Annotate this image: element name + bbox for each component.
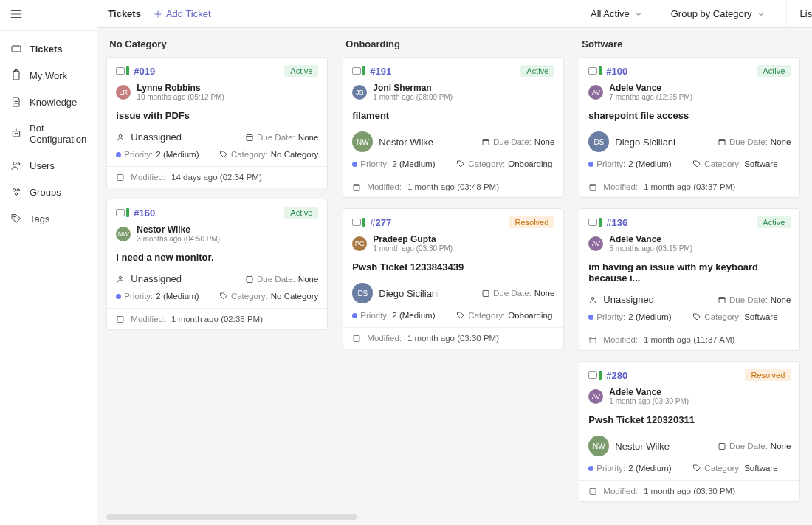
group-label: Group by Category (671, 8, 752, 19)
ticket-card[interactable]: #277ResolvedPGPradeep Gupta1 month ago (… (343, 208, 564, 349)
sidebar-item-tags[interactable]: Tags (0, 205, 97, 232)
sidebar-item-label: Tags (30, 213, 49, 224)
column-header: No Category (106, 28, 328, 57)
ticket-title: Pwsh Ticket 1233843439 (343, 253, 563, 277)
author-name: Lynne Robbins (137, 83, 224, 93)
priority-label: Priority: (124, 150, 153, 159)
ticket-icon (10, 43, 22, 55)
ticket-id-link[interactable]: #280 (606, 370, 627, 381)
assignee-value: Diego Siciliani (379, 288, 439, 299)
priority-label: Priority: (124, 292, 153, 301)
ticket-id-link[interactable]: #160 (134, 207, 155, 219)
category-label: Category: (468, 159, 505, 168)
modified-value: 1 month ago (11:37 AM) (644, 335, 734, 344)
created-time: 5 months ago (03:15 PM) (609, 244, 692, 253)
avatar: AV (588, 85, 603, 100)
priority-label: Priority: (360, 311, 389, 320)
hamburger-button[interactable] (0, 0, 97, 31)
hamburger-icon (10, 7, 23, 21)
calendar-icon (116, 173, 125, 182)
svg-rect-21 (247, 134, 252, 140)
ticket-id-link[interactable]: #277 (370, 217, 391, 228)
svg-rect-38 (719, 140, 725, 145)
add-ticket-button[interactable]: Add Ticket (153, 8, 211, 19)
column-header: Software (579, 28, 800, 57)
avatar: NW (352, 131, 373, 152)
assignee-row: UnassignedDue Date: None (107, 126, 327, 145)
user-icon (588, 295, 597, 304)
svg-point-9 (15, 133, 16, 134)
plus-icon (153, 9, 163, 19)
card-footer: Modified: 1 month ago (03:30 PM) (579, 480, 799, 501)
category-value: No Category (271, 292, 319, 301)
svg-rect-32 (354, 185, 359, 191)
created-time: 10 months ago (05:12 PM) (137, 93, 224, 101)
due-value: None (771, 137, 791, 146)
horizontal-scrollbar[interactable] (106, 514, 357, 520)
ticket-id-link[interactable]: #100 (606, 66, 627, 77)
view-list[interactable]: List (797, 2, 812, 25)
sidebar-item-bot-configuration[interactable]: Bot Configuration (0, 115, 97, 152)
main: Tickets Add Ticket All Active Group by C… (97, 0, 812, 525)
card-footer: Modified: 1 month ago (03:48 PM) (343, 176, 563, 197)
category-value: No Category (271, 150, 319, 159)
assignee-value: Unassigned (131, 131, 182, 143)
ticket-id-link[interactable]: #136 (606, 217, 627, 228)
sidebar-item-knowledge[interactable]: Knowledge (0, 89, 97, 115)
modified-value: 1 month ago (03:48 PM) (407, 182, 499, 191)
ticket-id-link[interactable]: #019 (134, 66, 155, 77)
ticket-card[interactable]: #100ActiveAVAdele Vance7 months ago (12:… (579, 57, 800, 198)
svg-rect-34 (483, 291, 489, 297)
ticket-card[interactable]: #160ActiveNWNestor Wilke3 months ago (04… (106, 199, 328, 330)
page-title: Tickets (108, 8, 141, 19)
view-switch: List Board Chart (786, 0, 812, 27)
category-value: Onboarding (508, 159, 552, 168)
svg-rect-8 (13, 131, 19, 137)
svg-point-20 (120, 134, 123, 137)
created-time: 1 month ago (08:09 PM) (373, 93, 453, 101)
ticket-card[interactable]: #136ActiveAVAdele Vance5 months ago (03:… (579, 208, 800, 351)
sidebar-item-label: My Work (30, 70, 67, 81)
svg-rect-47 (719, 444, 725, 450)
due-value: None (298, 275, 319, 284)
avatar: DS (588, 131, 609, 152)
ticket-id-link[interactable]: #191 (370, 66, 391, 77)
priority-label: Priority: (360, 159, 389, 168)
modified-value: 14 days ago (02:34 PM) (171, 173, 262, 182)
board[interactable]: No Category#019ActiveLRLynne Robbins10 m… (97, 28, 812, 525)
sidebar-item-my-work[interactable]: My Work (0, 62, 97, 89)
column-header: Onboarding (343, 28, 564, 57)
svg-rect-23 (117, 175, 123, 181)
ticket-type-icon (352, 218, 365, 227)
sidebar-item-label: Bot Configuration (30, 123, 86, 145)
modified-label: Modified: (131, 315, 165, 323)
calendar-icon (352, 182, 361, 191)
avatar: DS (352, 283, 373, 303)
ticket-title: filament (343, 101, 563, 126)
ticket-type-icon (588, 218, 602, 227)
modified-label: Modified: (367, 334, 402, 343)
svg-point-17 (14, 216, 15, 217)
assignee-value: Unassigned (131, 273, 182, 284)
tag-icon (692, 312, 701, 321)
tag-icon (219, 150, 228, 159)
group-dropdown[interactable]: Group by Category (664, 5, 773, 22)
card-footer: Modified: 1 month ago (03:37 PM) (579, 176, 799, 197)
sidebar-item-tickets[interactable]: Tickets (0, 35, 97, 62)
modified-label: Modified: (131, 173, 165, 182)
modified-value: 1 month ago (02:35 PM) (171, 315, 263, 323)
status-badge: Active (520, 65, 554, 77)
filter-dropdown[interactable]: All Active (583, 5, 650, 22)
sidebar-item-groups[interactable]: Groups (0, 179, 97, 205)
ticket-card[interactable]: #280ResolvedAVAdele Vance1 month ago (03… (579, 361, 800, 502)
due-value: None (534, 137, 555, 146)
category-label: Category: (704, 312, 741, 321)
ticket-card[interactable]: #019ActiveLRLynne Robbins10 months ago (… (106, 57, 328, 188)
svg-rect-30 (483, 140, 489, 145)
modified-label: Modified: (603, 487, 638, 495)
sidebar-item-users[interactable]: Users (0, 152, 97, 179)
ticket-card[interactable]: #191ActiveJSJoni Sherman1 month ago (08:… (343, 57, 564, 198)
ticket-title: Pwsh Ticket 120320311 (579, 405, 799, 430)
card-footer: Modified: 14 days ago (02:34 PM) (107, 166, 327, 188)
priority-dot-icon (116, 294, 121, 299)
